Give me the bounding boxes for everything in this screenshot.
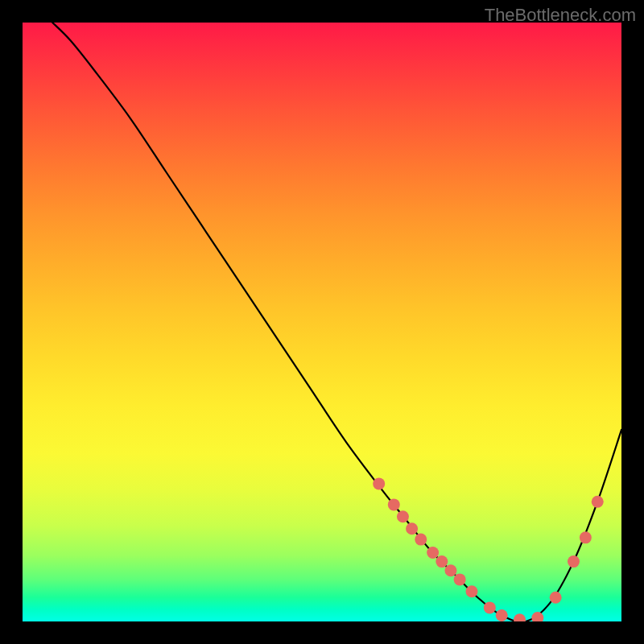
chart-svg	[23, 23, 621, 621]
data-dot	[531, 612, 543, 621]
data-dot	[592, 496, 604, 508]
data-dot	[427, 547, 439, 559]
data-dot	[568, 555, 580, 568]
data-dot	[484, 601, 496, 613]
data-dot	[580, 531, 592, 543]
data-dot	[373, 477, 385, 489]
data-dot	[415, 534, 427, 546]
watermark-text: TheBottleneck.com	[485, 5, 636, 26]
data-dot	[514, 613, 526, 621]
data-dot	[466, 585, 478, 597]
data-dot	[388, 498, 400, 510]
data-dot	[436, 555, 448, 568]
data-dot	[454, 573, 466, 585]
data-dot	[406, 522, 418, 535]
data-dot	[444, 564, 456, 576]
bottleneck-curve	[52, 23, 621, 621]
data-dot	[397, 510, 409, 522]
chart-area	[23, 23, 621, 621]
data-dot	[550, 592, 562, 604]
curve-highlight-dots	[373, 477, 604, 621]
data-dot	[496, 609, 508, 621]
